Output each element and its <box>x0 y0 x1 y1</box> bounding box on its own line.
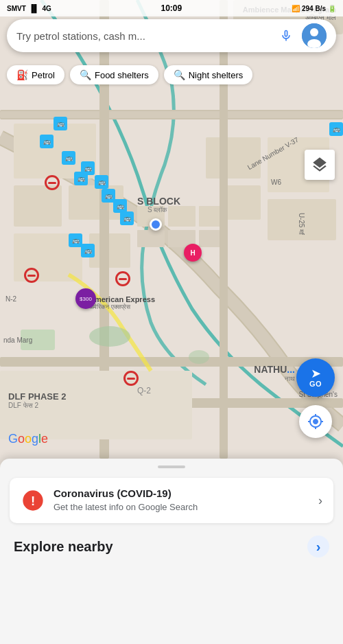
night-shelters-search-icon: 🔍 <box>174 69 185 80</box>
covid-warning-icon: ! <box>21 488 45 513</box>
wifi-icon: 📶 <box>292 5 300 12</box>
n2-label: N-2 <box>5 295 16 303</box>
no-entry-sign-3 <box>115 271 130 286</box>
explore-nearby-section: Explore nearby › <box>0 523 343 564</box>
q2-label: Q-2 <box>137 386 151 395</box>
dlf-phase2-text: DLF PHASE 2 <box>8 391 67 402</box>
battery-icon: 🔋 <box>328 5 336 12</box>
explore-chevron-button[interactable]: › <box>307 536 329 557</box>
dlf-phase2-hindi: DLF फेस 2 <box>8 402 67 410</box>
nda-marg-label: nda Marg <box>3 336 32 344</box>
bus-stop-2: 🚌 <box>62 151 75 165</box>
petrol-icon: ⛽ <box>16 69 28 80</box>
svg-point-28 <box>189 350 209 364</box>
chip-petrol[interactable]: ⛽ Petrol <box>7 65 64 84</box>
bus-stop-4: 🚌 <box>95 175 108 189</box>
battery-label: 294 B/s <box>302 5 326 12</box>
my-location-button[interactable] <box>299 405 332 438</box>
svg-rect-17 <box>168 206 196 227</box>
go-label: GO <box>309 380 322 388</box>
bus-stop-11: 🚌 <box>69 233 82 247</box>
chip-night-shelters[interactable]: 🔍 Night shelters <box>164 65 252 84</box>
covid-title: Coronavirus (COVID-19) <box>54 487 310 499</box>
bus-stop-10: 🚌 <box>329 122 343 136</box>
covid-card[interactable]: ! Coronavirus (COVID-19) Get the latest … <box>10 478 333 523</box>
network-type: 4G <box>42 5 51 12</box>
status-left: SMVT ▐▌ 4G <box>7 4 51 12</box>
go-navigation-button[interactable]: ➤ GO <box>296 358 335 397</box>
svg-rect-19 <box>137 230 165 247</box>
go-arrow-icon: ➤ <box>311 367 321 380</box>
explore-chevron-icon: › <box>316 539 321 555</box>
svg-text:!: ! <box>31 494 35 508</box>
status-bar: SMVT ▐▌ 4G 10:09 📶 294 B/s 🔋 <box>0 0 343 16</box>
svg-rect-8 <box>14 185 62 227</box>
svg-point-27 <box>89 326 130 347</box>
drag-handle[interactable] <box>158 465 185 468</box>
explore-nearby-title: Explore nearby <box>14 539 113 555</box>
bus-stop-9: 🚌 <box>74 172 88 185</box>
svg-rect-11 <box>89 233 130 268</box>
bus-stop-1: 🚌 <box>40 135 54 148</box>
no-entry-sign-1 <box>45 175 60 190</box>
svg-rect-6 <box>0 111 343 118</box>
signal-bars: ▐▌ <box>29 4 40 12</box>
food-shelters-search-icon: 🔍 <box>80 69 91 80</box>
covid-chevron-icon: › <box>318 494 322 508</box>
s-block-hindi: S ब्लॉक <box>147 206 167 214</box>
layers-button[interactable] <box>305 150 335 180</box>
dlf-phase2-label: DLF PHASE 2 DLF फेस 2 <box>8 391 67 410</box>
american-express-area: American Express अमेरिकन एक्सप्रेस <box>89 295 155 311</box>
chip-food-shelters[interactable]: 🔍 Food shelters <box>70 65 158 84</box>
covid-subtitle: Get the latest info on Google Search <box>54 501 310 514</box>
covid-text-area: Coronavirus (COVID-19) Get the latest in… <box>54 487 310 514</box>
carrier-label: SMVT <box>7 5 26 12</box>
user-avatar[interactable] <box>302 23 327 48</box>
bus-stop-12: 🚌 <box>81 244 95 257</box>
status-right: 📶 294 B/s 🔋 <box>292 5 336 12</box>
american-express-pin[interactable]: $300 <box>75 288 96 309</box>
search-input[interactable]: Try petrol stations, cash m... <box>16 30 274 42</box>
american-express-label: American Express <box>89 295 155 303</box>
mic-button[interactable] <box>274 24 298 47</box>
american-express-hindi: अमेरिकन एक्सप्रेस <box>89 303 155 311</box>
search-bar[interactable]: Try petrol stations, cash m... <box>7 19 336 52</box>
no-entry-sign-4 <box>123 371 139 386</box>
current-location-dot <box>150 218 162 231</box>
u25-label: U-25 मf <box>297 213 305 235</box>
s-block-label: S BLOCK <box>137 196 180 207</box>
no-entry-sign-2 <box>24 268 39 283</box>
status-time: 10:09 <box>161 3 182 13</box>
svg-rect-12 <box>206 137 261 179</box>
nathupir-area: NATHU... नाथ <box>254 364 295 383</box>
svg-point-1 <box>310 28 318 36</box>
chip-food-shelters-label: Food shelters <box>95 70 149 80</box>
google-logo: Google <box>8 432 48 446</box>
filter-chips-container: ⛽ Petrol 🔍 Food shelters 🔍 Night shelter… <box>0 59 343 91</box>
bus-stop-7: 🚌 <box>120 211 134 225</box>
chip-night-shelters-label: Night shelters <box>189 70 243 80</box>
nathupir-hindi: नाथ <box>254 375 295 383</box>
bottom-panel: ! Coronavirus (COVID-19) Get the latest … <box>0 459 343 644</box>
bus-stop-8: 🚌 <box>54 117 67 130</box>
bus-stop-6: 🚌 <box>113 199 127 213</box>
chip-petrol-label: Petrol <box>32 70 55 80</box>
hotel-pin[interactable]: H <box>184 244 202 262</box>
nathupir-label: NATHU... <box>254 364 295 375</box>
w6-label: W6 <box>271 179 281 186</box>
